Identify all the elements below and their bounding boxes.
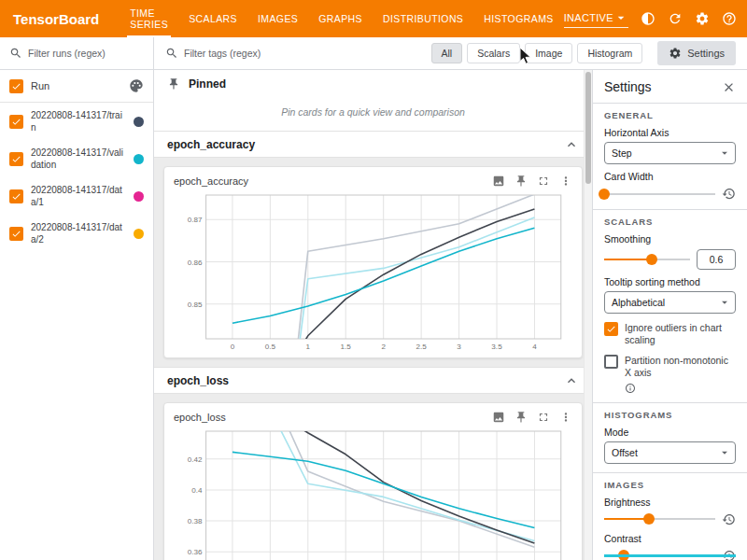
- image-toggle-icon[interactable]: [492, 175, 505, 188]
- search-icon: [9, 47, 22, 60]
- card-width-slider[interactable]: [604, 188, 715, 201]
- data-status-dropdown[interactable]: INACTIVE: [564, 10, 628, 28]
- pin-icon[interactable]: [514, 411, 528, 424]
- pinned-title: Pinned: [189, 77, 226, 91]
- ignore-outliers-checkbox-row[interactable]: Ignore outliers in chart scaling: [604, 322, 736, 346]
- smoothing-slider[interactable]: [604, 253, 690, 266]
- tooltip-sorting-select[interactable]: Alphabetical: [604, 291, 736, 314]
- card-header: epoch_accuracy: [174, 175, 572, 188]
- pinned-empty-message: Pin cards for a quick view and compariso…: [154, 98, 592, 131]
- image-toggle-icon[interactable]: [492, 411, 505, 424]
- main-scrollbar[interactable]: [584, 70, 592, 560]
- tab-distributions[interactable]: DISTRIBUTIONS: [373, 0, 473, 37]
- svg-text:2: 2: [381, 343, 386, 351]
- tags-filter-bar: All Scalars Image Histogram Settings: [154, 37, 747, 69]
- slider-knob[interactable]: [599, 189, 610, 200]
- pin-icon: [167, 77, 180, 91]
- main-content: Pinned Pin cards for a quick view and co…: [154, 70, 592, 560]
- scalars-heading: SCALARS: [604, 217, 736, 227]
- reset-brightness-button[interactable]: [722, 512, 736, 526]
- general-heading: GENERAL: [604, 110, 736, 120]
- chevron-up-icon[interactable]: [564, 137, 579, 152]
- run-checkbox[interactable]: [9, 227, 23, 241]
- card-actions: [492, 411, 572, 424]
- run-color-dot: [134, 191, 144, 202]
- run-checkbox[interactable]: [9, 152, 23, 166]
- contrast-icon[interactable]: [641, 11, 655, 26]
- run-row-train[interactable]: 20220808-141317/train: [0, 103, 153, 140]
- horizontal-axis-select[interactable]: Step: [604, 142, 736, 164]
- tooltip-sorting-value: Alphabetical: [612, 297, 665, 308]
- tab-graphs[interactable]: GRAPHS: [308, 0, 373, 37]
- svg-text:0.36: 0.36: [188, 548, 203, 556]
- select-all-runs-checkbox[interactable]: [9, 79, 23, 93]
- filter-tags-input[interactable]: [184, 48, 426, 59]
- epoch-loss-chart[interactable]: 00.511.522.533.540.360.380.40.42: [172, 426, 574, 560]
- run-row-data-2[interactable]: 20220808-141317/data/2: [0, 215, 153, 252]
- tab-scalars[interactable]: SCALARS: [178, 0, 247, 37]
- chip-all[interactable]: All: [431, 43, 463, 63]
- partition-x-axis-checkbox-row[interactable]: Partition non-monotonic X axis: [604, 355, 736, 393]
- run-checkbox[interactable]: [9, 189, 23, 203]
- section-epoch-loss[interactable]: epoch_loss: [154, 367, 592, 394]
- chip-image[interactable]: Image: [525, 43, 572, 63]
- tab-histograms[interactable]: HISTOGRAMS: [473, 0, 563, 37]
- reset-card-width-button[interactable]: [722, 187, 736, 201]
- check-icon: [606, 324, 616, 334]
- chevron-up-icon[interactable]: [564, 373, 579, 388]
- help-icon[interactable]: [722, 11, 737, 26]
- app-header: TensorBoard TIME SERIES SCALARS IMAGES G…: [0, 0, 747, 37]
- run-row-data-1[interactable]: 20220808-141317/data/1: [0, 177, 153, 215]
- brightness-slider[interactable]: [604, 512, 715, 525]
- info-icon[interactable]: [625, 383, 636, 394]
- filter-runs-input[interactable]: [28, 48, 144, 59]
- close-settings-button[interactable]: [722, 80, 736, 94]
- gear-icon: [669, 47, 682, 60]
- mode-label: Mode: [604, 427, 736, 438]
- more-options-icon[interactable]: [559, 411, 572, 424]
- tooltip-sorting-label: Tooltip sorting method: [604, 276, 736, 287]
- partition-x-axis-checkbox[interactable]: [604, 355, 618, 369]
- fullscreen-icon[interactable]: [537, 411, 550, 424]
- histogram-mode-select[interactable]: Offset: [604, 441, 736, 464]
- palette-icon[interactable]: [129, 78, 144, 93]
- section-epoch-accuracy[interactable]: epoch_accuracy: [154, 131, 592, 158]
- run-label: 20220808-141317/data/2: [31, 221, 126, 245]
- svg-text:0.87: 0.87: [188, 216, 203, 224]
- svg-text:2.5: 2.5: [416, 343, 427, 351]
- run-row-validation[interactable]: 20220808-141317/validation: [0, 140, 153, 177]
- epoch-accuracy-chart[interactable]: 00.511.522.533.540.850.860.87: [172, 189, 574, 356]
- tag-type-chips: All Scalars Image Histogram: [431, 43, 643, 63]
- search-icon: [165, 47, 178, 60]
- slider-knob[interactable]: [646, 254, 657, 265]
- section-title: epoch_loss: [167, 374, 229, 387]
- check-icon: [11, 81, 21, 91]
- tensorboard-app: TensorBoard TIME SERIES SCALARS IMAGES G…: [0, 0, 747, 560]
- refresh-icon[interactable]: [668, 11, 683, 26]
- slider-knob[interactable]: [643, 513, 655, 525]
- svg-text:4: 4: [532, 343, 537, 351]
- card-area: epoch_loss 00.511.522.533.540.360.380.40…: [154, 394, 592, 560]
- pin-icon[interactable]: [514, 175, 528, 188]
- card-title: epoch_loss: [174, 412, 226, 423]
- run-checkbox[interactable]: [9, 115, 23, 129]
- chip-scalars[interactable]: Scalars: [467, 43, 520, 63]
- settings-button[interactable]: Settings: [657, 41, 736, 65]
- fullscreen-icon[interactable]: [537, 175, 550, 188]
- gear-icon[interactable]: [695, 11, 710, 26]
- smoothing-value-input[interactable]: [697, 249, 736, 270]
- check-icon: [11, 117, 21, 127]
- ignore-outliers-checkbox[interactable]: [604, 322, 618, 336]
- tab-images[interactable]: IMAGES: [247, 0, 308, 37]
- chevron-down-icon: [718, 446, 731, 459]
- svg-text:0.86: 0.86: [188, 259, 203, 267]
- more-options-icon[interactable]: [559, 175, 572, 188]
- run-list-header[interactable]: Run: [0, 70, 153, 103]
- svg-text:1: 1: [306, 343, 311, 351]
- scrollbar-thumb[interactable]: [585, 72, 591, 184]
- svg-text:0: 0: [231, 343, 235, 351]
- svg-text:3: 3: [457, 343, 461, 351]
- tab-time-series[interactable]: TIME SERIES: [120, 0, 178, 37]
- check-icon: [11, 229, 21, 239]
- chip-histogram[interactable]: Histogram: [577, 43, 642, 63]
